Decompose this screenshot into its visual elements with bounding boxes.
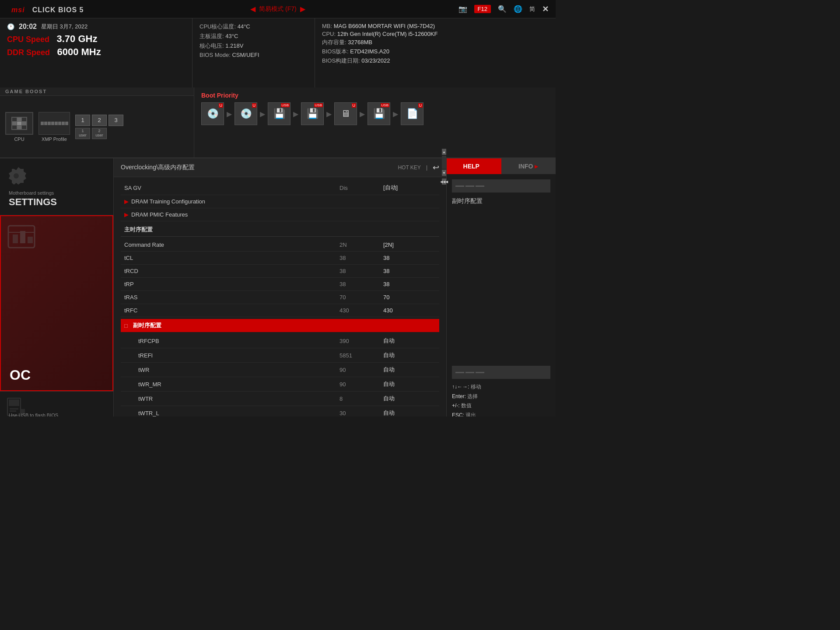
info-bar: 🕐 20:02 星期日 3月7, 2022 CPU Speed 3.70 GHz… xyxy=(0,18,556,88)
bios-mode-value: CSM/UEFI xyxy=(232,52,259,58)
boot-item-7[interactable]: U 📄 xyxy=(401,102,424,125)
cpu-label: CPU xyxy=(14,136,24,142)
gb-number-buttons: 1 2 3 1user 2user xyxy=(75,115,123,139)
xmp-profile[interactable]: XMP Profile xyxy=(38,112,70,142)
cpu-temp-value: 44°C xyxy=(238,23,250,30)
simple-mode-arrow2: ▶ xyxy=(300,5,305,13)
gb-btn-1[interactable]: 1 xyxy=(75,115,90,126)
boot-priority-title: Boot Priority xyxy=(201,92,549,99)
mb-label: MB: xyxy=(322,23,332,29)
setting-row-12[interactable]: tREFI5851自动 xyxy=(121,348,439,363)
search-icon[interactable]: 🔍 xyxy=(498,5,507,13)
svg-rect-3 xyxy=(13,234,18,243)
bios-mode-label: BIOS Mode: xyxy=(200,52,231,58)
date-display: 星期日 3月7, 2022 xyxy=(41,23,88,31)
svg-rect-5 xyxy=(28,237,33,243)
voltage-value: 1.218V xyxy=(225,42,243,49)
boot-item-4[interactable]: USB 💾 xyxy=(301,102,324,125)
boot-item-1[interactable]: U 💿 xyxy=(201,102,224,125)
setting-row-9[interactable]: tRFC430430 xyxy=(121,304,439,317)
boot-item-6[interactable]: USB 💾 xyxy=(368,102,390,125)
shortcut-esc-label: 退出 xyxy=(466,412,476,416)
cpu-speed-value: 3.70 GHz xyxy=(56,33,97,44)
gb-btn-3[interactable]: 3 xyxy=(108,115,123,126)
mb-value: MAG B660M MORTAR WIFI (MS-7D42) xyxy=(334,23,435,29)
section-plain-3: 主时序配置 xyxy=(121,223,439,237)
setting-row-7[interactable]: tRP3838 xyxy=(121,278,439,291)
breadcrumb-path: Overclocking\高级内存配置 xyxy=(121,164,195,172)
help-description: 副时序配置 xyxy=(452,196,550,206)
simple-mode-button[interactable]: ◀ 简易模式 (F7) ▶ xyxy=(250,5,305,13)
game-boost-section: GAME BOOST CPU xyxy=(0,88,194,158)
setting-row-1[interactable]: ▶DRAM Training Configuration xyxy=(121,195,439,208)
boot-item-2[interactable]: U 💿 xyxy=(234,102,257,125)
f12-button[interactable]: F12 xyxy=(474,5,491,13)
oc-mainlabel: OC xyxy=(10,367,104,383)
memory-value: 32768MB xyxy=(348,39,372,46)
svg-point-0 xyxy=(14,173,19,178)
help-panel: HELP ▶ INFO ▶ 副时序配置 xyxy=(446,158,556,416)
gb-user-btn-1[interactable]: 1user xyxy=(75,128,90,139)
app-logo: msi CLICK BIOS 5 xyxy=(7,4,84,15)
setting-row-6[interactable]: tRCD3838 xyxy=(121,265,439,278)
scroll-up[interactable]: ▲ xyxy=(442,149,446,155)
settings-sublabel: Motherboard settings xyxy=(9,190,105,196)
setting-row-15[interactable]: tWTR8自动 xyxy=(121,392,439,406)
svg-rect-8 xyxy=(10,408,18,410)
top-bar: msi CLICK BIOS 5 ◀ 简易模式 (F7) ▶ 📷 F12 🔍 🌐… xyxy=(0,0,556,18)
ddr-speed-value: 6000 MHz xyxy=(57,46,101,57)
info-right: MB: MAG B660M MORTAR WIFI (MS-7D42) CPU:… xyxy=(315,18,556,88)
sidebar-item-settings[interactable]: Motherboard settings SETTINGS xyxy=(0,158,113,215)
sidebar-item-mflash[interactable]: Use USB to flash BIOS M-FLASH xyxy=(0,391,113,416)
sidebar: Motherboard settings SETTINGS OC xyxy=(0,158,114,416)
setting-row-8[interactable]: tRAS7070 xyxy=(121,291,439,304)
main-layout: Motherboard settings SETTINGS OC xyxy=(0,158,556,416)
clock-icon: 🕐 xyxy=(7,23,14,30)
tab-help[interactable]: HELP ▶ xyxy=(447,158,501,174)
top-right-controls: 📷 F12 🔍 🌐 简 ✕ xyxy=(458,4,549,14)
info-left: 🕐 20:02 星期日 3月7, 2022 CPU Speed 3.70 GHz… xyxy=(0,18,192,88)
time-display: 20:02 xyxy=(19,23,37,31)
scroll-thumb xyxy=(442,156,446,169)
boot-item-5[interactable]: U 🖥 xyxy=(334,102,357,125)
gb-btn-2[interactable]: 2 xyxy=(92,115,107,126)
gb-user-btn-2[interactable]: 2user xyxy=(92,128,107,139)
shortcut-esc-key: ESC: xyxy=(452,412,464,416)
xmp-label: XMP Profile xyxy=(42,136,67,142)
scroll-indicators: ▲ ▼ ◀◀◀ xyxy=(442,149,446,185)
close-button[interactable]: ✕ xyxy=(542,4,549,14)
lang-label[interactable]: 简 xyxy=(529,5,535,13)
cpu-value: 12th Gen Intel(R) Core(TM) i5-12600KF xyxy=(337,31,438,37)
shortcut-value-key: +/-: xyxy=(452,402,460,409)
cpu-speed-label: CPU Speed xyxy=(7,35,49,44)
boot-item-3[interactable]: USB 💾 xyxy=(268,102,290,125)
simple-mode-arrow: ◀ xyxy=(250,5,256,13)
scroll-expand[interactable]: ◀◀◀ xyxy=(442,178,446,185)
sidebar-item-oc[interactable]: OC xyxy=(0,215,113,391)
scroll-down[interactable]: ▼ xyxy=(442,170,446,176)
setting-row-13[interactable]: tWR90自动 xyxy=(121,363,439,377)
memory-label: 内存容量: xyxy=(322,39,346,46)
tab-info[interactable]: INFO ▶ xyxy=(501,158,556,174)
setting-row-4[interactable]: Command Rate2N[2N] xyxy=(121,238,439,252)
tab-help-arrow: ▶ xyxy=(481,164,485,169)
settings-mainlabel: SETTINGS xyxy=(9,196,105,208)
settings-list: SA GVDis[自动]▶DRAM Training Configuration… xyxy=(114,177,446,416)
setting-row-16[interactable]: tWTR_L30自动 xyxy=(121,406,439,416)
mb-temp-value: 43°C xyxy=(225,33,238,39)
setting-row-2[interactable]: ▶DRAM PMIC Features xyxy=(121,208,439,221)
setting-row-14[interactable]: tWR_MR90自动 xyxy=(121,377,439,392)
setting-row-11[interactable]: tRFCPB390自动 xyxy=(121,334,439,348)
svg-rect-7 xyxy=(9,399,19,406)
svg-rect-4 xyxy=(20,231,25,243)
boot-priority-section: Boot Priority U 💿 ▶ U 💿 ▶ USB 💾 ▶ USB xyxy=(194,88,556,158)
section-red-10: □副时序配置 xyxy=(121,319,439,332)
setting-row-5[interactable]: tCL3838 xyxy=(121,252,439,265)
back-button[interactable]: ↩ xyxy=(433,163,439,172)
hotkey-bar: | xyxy=(426,164,427,171)
game-boost-cpu[interactable]: CPU xyxy=(5,112,33,142)
shortcut-move-key: ↑↓←→: xyxy=(452,384,469,390)
setting-row-0[interactable]: SA GVDis[自动] xyxy=(121,181,439,195)
globe-icon[interactable]: 🌐 xyxy=(514,5,522,13)
camera-icon: 📷 xyxy=(458,5,467,13)
